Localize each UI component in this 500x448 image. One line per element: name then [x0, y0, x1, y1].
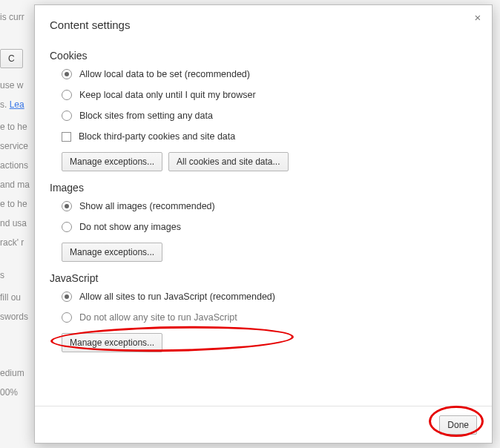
bg-text: and ma: [0, 179, 30, 190]
all-cookies-button[interactable]: All cookies and site data...: [168, 152, 288, 171]
bg-text: use w: [0, 80, 23, 90]
bg-text: nd usa: [0, 218, 27, 228]
bg-link[interactable]: Lea: [10, 99, 24, 110]
option-label: Block sites from setting any data: [79, 111, 213, 121]
content-settings-dialog: × Content settings Cookies Allow local d…: [34, 4, 493, 444]
bg-text: is curr: [0, 12, 24, 22]
radio-icon: [62, 201, 72, 211]
images-option-hide[interactable]: Do not show any images: [62, 222, 477, 232]
done-button[interactable]: Done: [439, 415, 477, 435]
manage-exceptions-button[interactable]: Manage exceptions...: [62, 243, 162, 262]
javascript-option-allow[interactable]: Allow all sites to run JavaScript (recom…: [62, 291, 477, 302]
radio-icon: [62, 291, 72, 302]
bg-text: s: [0, 270, 4, 280]
bg-text: fill ou: [0, 292, 21, 303]
option-label: Do not allow any site to run JavaScript: [79, 312, 237, 323]
option-label: Do not show any images: [79, 222, 181, 232]
dialog-title: Content settings: [35, 5, 492, 40]
radio-icon: [62, 90, 72, 100]
checkbox-icon: [62, 132, 71, 142]
option-label: Keep local data only until I quit my bro…: [79, 90, 256, 100]
option-label: Allow all sites to run JavaScript (recom…: [79, 291, 275, 302]
javascript-option-block[interactable]: Do not allow any site to run JavaScript: [62, 312, 477, 323]
bg-text: e to he: [0, 122, 27, 132]
cookies-checkbox-thirdparty[interactable]: Block third-party cookies and site data: [62, 131, 477, 142]
bg-text: swords: [0, 312, 28, 322]
option-label: Allow local data to be set (recommended): [79, 69, 250, 79]
close-icon[interactable]: ×: [471, 11, 484, 24]
section-heading-javascript: JavaScript: [50, 272, 477, 284]
cookies-option-session[interactable]: Keep local data only until I quit my bro…: [62, 90, 477, 100]
dialog-body: Cookies Allow local data to be set (reco…: [35, 39, 492, 406]
section-heading-cookies: Cookies: [50, 50, 477, 62]
cookies-option-allow[interactable]: Allow local data to be set (recommended): [62, 69, 477, 79]
bg-text: 00%: [0, 387, 18, 398]
bg-text: rack' r: [0, 237, 24, 248]
section-heading-images: Images: [50, 182, 477, 194]
manage-exceptions-button[interactable]: Manage exceptions...: [62, 152, 162, 171]
option-label: Show all images (recommended): [79, 201, 215, 211]
radio-icon: [62, 222, 72, 232]
bg-text: edium: [0, 368, 24, 378]
cookies-option-block[interactable]: Block sites from setting any data: [62, 111, 477, 121]
radio-icon: [62, 69, 72, 79]
option-label: Block third-party cookies and site data: [79, 131, 235, 142]
bg-text: e to he: [0, 199, 27, 209]
radio-icon: [62, 312, 72, 323]
images-option-show[interactable]: Show all images (recommended): [62, 201, 477, 211]
bg-button[interactable]: C: [0, 49, 23, 68]
dialog-footer: Done: [35, 406, 492, 443]
manage-exceptions-button[interactable]: Manage exceptions...: [62, 333, 162, 352]
bg-text: actions: [0, 160, 28, 171]
radio-icon: [62, 111, 72, 121]
bg-text: service: [0, 141, 28, 151]
